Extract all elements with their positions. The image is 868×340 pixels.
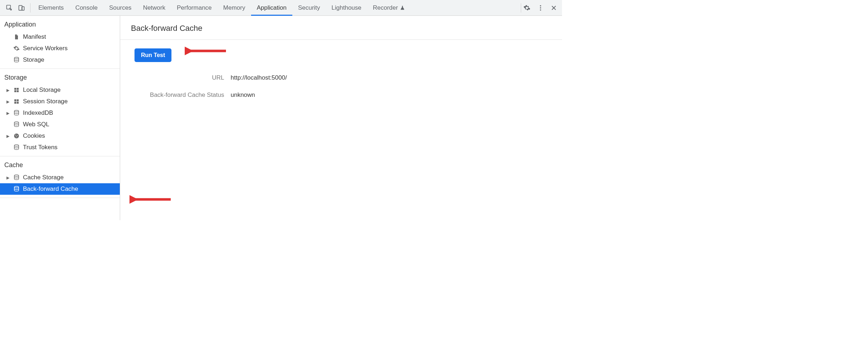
section-application-tree: ▸ Manifest ▸ Service Workers ▸ Storage	[0, 31, 120, 69]
section-header-storage: Storage	[0, 69, 120, 84]
svg-point-19	[17, 135, 18, 136]
sidebar-item-label: Service Workers	[23, 45, 67, 52]
application-sidebar: Application ▸ Manifest ▸ Service Workers…	[0, 16, 120, 220]
tab-recorder[interactable]: Recorder	[367, 0, 411, 15]
svg-rect-10	[17, 90, 19, 92]
tab-elements[interactable]: Elements	[33, 0, 70, 15]
svg-point-4	[540, 7, 541, 8]
flask-icon	[400, 5, 405, 10]
sidebar-item-label: Manifest	[23, 33, 46, 41]
sidebar-item-label: Web SQL	[23, 121, 49, 128]
status-label: Back-forward Cache Status	[135, 91, 224, 99]
topbar-tabs: Elements Console Sources Network Perform…	[33, 0, 411, 15]
annotation-arrow-icon	[129, 194, 173, 205]
bfcache-table: URL http://localhost:5000/ Back-forward …	[135, 74, 386, 99]
sidebar-item-cookies[interactable]: ▸ Cookies	[0, 130, 120, 142]
svg-point-21	[14, 145, 19, 147]
svg-point-20	[16, 136, 16, 137]
sidebar-item-label: Storage	[23, 56, 44, 63]
sidebar-item-session-storage[interactable]: ▸ Session Storage	[0, 96, 120, 107]
twisty-icon[interactable]: ▸	[6, 175, 10, 180]
sidebar-item-trust-tokens[interactable]: ▸ Trust Tokens	[0, 142, 120, 153]
db-icon	[13, 174, 20, 181]
device-toggle-icon[interactable]	[18, 4, 25, 11]
svg-point-3	[540, 5, 541, 6]
twisty-icon[interactable]: ▸	[6, 99, 10, 104]
db-icon	[13, 121, 20, 128]
gear-icon	[13, 45, 20, 52]
sidebar-item-manifest[interactable]: ▸ Manifest	[0, 31, 120, 43]
topbar-divider-right	[521, 3, 521, 13]
url-label: URL	[135, 74, 224, 81]
file-icon	[13, 33, 20, 41]
tab-console[interactable]: Console	[70, 0, 103, 15]
section-cache-tree: ▸ Cache Storage ▸ Back-forward Cache	[0, 172, 120, 198]
sidebar-item-storage[interactable]: ▸ Storage	[0, 54, 120, 66]
svg-rect-8	[17, 88, 19, 90]
grid-icon	[13, 86, 20, 94]
sidebar-item-label: Trust Tokens	[23, 144, 57, 151]
section-header-application: Application	[0, 16, 120, 31]
topbar-divider	[30, 3, 30, 13]
sidebar-item-label: Session Storage	[23, 98, 68, 105]
devtools-topbar: Elements Console Sources Network Perform…	[0, 0, 562, 16]
settings-icon[interactable]	[523, 4, 530, 11]
sidebar-item-label: IndexedDB	[23, 109, 53, 117]
svg-rect-11	[14, 99, 16, 101]
svg-point-22	[14, 175, 19, 177]
tab-performance[interactable]: Performance	[171, 0, 217, 15]
sidebar-item-label: Back-forward Cache	[23, 185, 78, 193]
svg-point-6	[14, 57, 19, 59]
svg-point-16	[14, 122, 19, 124]
status-value: unknown	[231, 91, 386, 99]
main-panel: Back-forward Cache Run Test URL http://l…	[120, 16, 562, 220]
sidebar-item-bfcache[interactable]: ▸ Back-forward Cache	[0, 183, 120, 195]
db-icon	[13, 185, 20, 193]
tab-lighthouse[interactable]: Lighthouse	[326, 0, 367, 15]
section-header-cache: Cache	[0, 156, 120, 172]
svg-point-23	[14, 186, 19, 188]
annotation-arrow-icon	[185, 46, 228, 56]
tab-security[interactable]: Security	[292, 0, 326, 15]
twisty-icon[interactable]: ▸	[6, 88, 10, 92]
page-title: Back-forward Cache	[120, 16, 562, 40]
topbar-lead-icons	[2, 4, 29, 11]
svg-rect-9	[14, 90, 16, 92]
sidebar-item-label: Cookies	[23, 132, 45, 140]
sidebar-item-service-workers[interactable]: ▸ Service Workers	[0, 43, 120, 54]
sidebar-item-local-storage[interactable]: ▸ Local Storage	[0, 84, 120, 96]
url-value: http://localhost:5000/	[231, 74, 386, 81]
close-icon[interactable]	[551, 5, 557, 11]
inspect-icon[interactable]	[6, 4, 13, 11]
db-icon	[13, 144, 20, 151]
twisty-icon[interactable]: ▸	[6, 111, 10, 115]
svg-rect-14	[17, 102, 19, 104]
tab-sources[interactable]: Sources	[103, 0, 137, 15]
section-separator	[0, 198, 120, 198]
tab-application[interactable]: Application	[251, 0, 292, 15]
sidebar-item-web-sql[interactable]: ▸ Web SQL	[0, 119, 120, 130]
sidebar-item-label: Cache Storage	[23, 174, 63, 181]
main-content: Run Test URL http://localhost:5000/ Back…	[120, 40, 562, 107]
db-icon	[13, 109, 20, 117]
svg-rect-7	[14, 88, 16, 90]
sidebar-item-label: Local Storage	[23, 86, 61, 94]
sidebar-item-indexeddb[interactable]: ▸ IndexedDB	[0, 107, 120, 119]
section-storage-tree: ▸ Local Storage ▸ Session Storage ▸ Inde…	[0, 84, 120, 156]
svg-point-18	[15, 135, 16, 136]
tab-memory[interactable]: Memory	[217, 0, 251, 15]
twisty-icon[interactable]: ▸	[6, 134, 10, 138]
grid-icon	[13, 98, 20, 105]
svg-point-5	[540, 9, 541, 10]
sidebar-item-cache-storage[interactable]: ▸ Cache Storage	[0, 172, 120, 183]
svg-rect-12	[17, 99, 19, 101]
svg-point-17	[14, 133, 19, 138]
svg-point-15	[14, 110, 19, 112]
db-icon	[13, 56, 20, 63]
run-test-button[interactable]: Run Test	[135, 48, 171, 62]
svg-rect-13	[14, 102, 16, 104]
topbar-right-icons	[523, 4, 562, 11]
more-vert-icon[interactable]	[537, 4, 544, 11]
cookie-icon	[13, 132, 20, 140]
tab-network[interactable]: Network	[137, 0, 171, 15]
